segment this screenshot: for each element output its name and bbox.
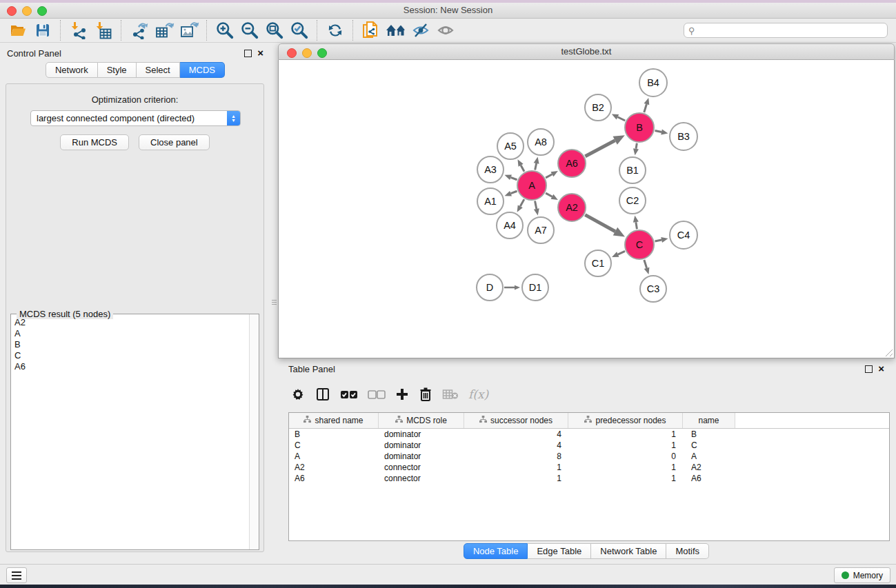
table-cell: 1 (568, 473, 683, 484)
export-network-icon[interactable] (127, 19, 152, 41)
graph-edge-A-A2[interactable] (546, 193, 552, 196)
table-row[interactable]: Adominator80A (289, 451, 889, 462)
zoom-out-icon[interactable] (237, 19, 262, 41)
close-window-button[interactable] (7, 6, 17, 16)
tab-style[interactable]: Style (98, 62, 137, 78)
float-panel-icon[interactable] (244, 50, 252, 57)
open-session-icon[interactable] (6, 19, 30, 41)
delete-column-icon[interactable] (419, 384, 432, 405)
graph-edge-C-C4[interactable] (655, 240, 661, 241)
clone-network-icon[interactable] (359, 19, 384, 41)
mcds-result-item[interactable]: C (12, 350, 249, 361)
close-table-panel-icon[interactable]: × (878, 365, 884, 372)
graph-edge-A-A6[interactable] (546, 174, 552, 178)
graph-edge-C-C3[interactable] (644, 260, 647, 268)
show-panels-icon[interactable] (433, 19, 458, 41)
graph-edge-C-C1[interactable] (618, 251, 625, 254)
graph-node-label-B2: B2 (592, 102, 604, 113)
deselect-all-columns-icon[interactable] (368, 384, 386, 405)
graph-edge-B-B1[interactable] (636, 143, 637, 149)
search-field[interactable]: ⚲ (684, 23, 888, 38)
import-network-icon[interactable] (66, 19, 91, 41)
tab-network-table[interactable]: Network Table (591, 543, 666, 559)
graph-edge-arrowhead (505, 175, 512, 181)
memory-button[interactable]: Memory (834, 567, 890, 583)
graph-edge-A2-C[interactable] (585, 215, 615, 232)
tab-mcds[interactable]: MCDS (180, 62, 225, 78)
mcds-result-list[interactable]: A2ABCA6 (12, 317, 249, 549)
settings-gear-icon[interactable] (290, 384, 306, 405)
graph-edge-B-B3[interactable] (655, 131, 662, 132)
table-row[interactable]: Bdominator41B (289, 429, 889, 440)
tab-node-table[interactable]: Node Table (464, 543, 528, 559)
table-panel-titlebar: Table Panel × (278, 360, 895, 378)
close-panel-icon[interactable]: × (257, 50, 263, 57)
optimization-criterion-select[interactable]: largest connected component (directed) ▲… (30, 110, 241, 126)
import-table-icon[interactable] (91, 19, 116, 41)
network-view-window: testGlobe.txt AA1A2A3A4A5A6A7A8BB1B2B3B4… (278, 43, 895, 358)
refresh-layout-icon[interactable] (323, 19, 348, 41)
column-header-shared-name[interactable]: shared name (289, 413, 379, 428)
mcds-result-item[interactable]: A6 (12, 361, 249, 372)
table-cell: A (683, 451, 735, 462)
select-all-columns-icon[interactable] (340, 384, 358, 405)
network-window-titlebar[interactable]: testGlobe.txt (278, 43, 895, 60)
table-row[interactable]: Cdominator41C (289, 440, 889, 451)
mcds-result-item[interactable]: B (12, 339, 249, 350)
float-table-panel-icon[interactable] (865, 365, 873, 373)
graph-edge-A-A3[interactable] (511, 177, 517, 179)
graph-edge-A-A5[interactable] (521, 165, 524, 172)
column-header-label: name (698, 416, 719, 425)
export-table-icon[interactable] (152, 19, 177, 41)
column-header-label: successor nodes (490, 416, 552, 425)
network-canvas[interactable]: AA1A2A3A4A5A6A7A8BB1B2B3B4CC1C2C3C4DD1 (278, 60, 895, 358)
run-mcds-button[interactable]: Run MCDS (60, 134, 129, 150)
graph-edge-A-A4[interactable] (520, 199, 524, 206)
toggle-columns-icon[interactable] (315, 384, 330, 405)
table-cell: 1 (568, 462, 683, 473)
delete-table-icon[interactable] (442, 384, 459, 405)
zoom-in-icon[interactable] (212, 19, 237, 41)
task-history-button[interactable] (6, 567, 27, 583)
table-toolbar: f(x) (278, 378, 895, 410)
mcds-result-item[interactable]: A (12, 328, 249, 339)
search-input[interactable] (698, 25, 883, 36)
column-header-successor-nodes[interactable]: successor nodes (464, 413, 568, 428)
control-panel-title: Control Panel (7, 48, 61, 59)
table-cell: A2 (683, 462, 735, 473)
column-header-predecessor-nodes[interactable]: predecessor nodes (568, 413, 683, 428)
zoom-selected-icon[interactable] (287, 19, 312, 41)
tab-select[interactable]: Select (137, 62, 180, 78)
vertical-splitter-grip[interactable] (272, 295, 277, 309)
mcds-result-scrollbar[interactable] (249, 314, 259, 549)
save-session-icon[interactable] (30, 19, 55, 41)
tab-network[interactable]: Network (46, 62, 98, 78)
zoom-network-window-button[interactable] (317, 48, 327, 58)
table-row[interactable]: A2connector11A2 (289, 462, 889, 473)
graph-edge-C-C2[interactable] (636, 222, 637, 229)
mcds-result-item[interactable]: A2 (12, 317, 249, 328)
home-icon[interactable] (384, 19, 408, 41)
column-header-MCDS-role[interactable]: MCDS role (379, 413, 464, 428)
minimize-window-button[interactable] (22, 6, 32, 16)
close-panel-button[interactable]: Close panel (139, 134, 210, 150)
column-header-name[interactable]: name (683, 413, 735, 428)
table-cell: 1 (568, 440, 683, 451)
tab-edge-table[interactable]: Edge Table (528, 543, 591, 559)
hide-panels-icon[interactable] (408, 19, 433, 41)
graph-edge-A6-B[interactable] (585, 141, 615, 156)
tab-motifs[interactable]: Motifs (666, 543, 709, 559)
export-image-icon[interactable] (177, 19, 201, 41)
close-network-window-button[interactable] (287, 48, 297, 58)
graph-edge-B-B2[interactable] (617, 117, 625, 121)
graph-edge-A-A7[interactable] (535, 201, 537, 209)
graph-edge-A-A1[interactable] (511, 191, 517, 193)
graph-edge-A-A8[interactable] (535, 163, 537, 170)
add-column-icon[interactable] (395, 384, 409, 405)
minimize-network-window-button[interactable] (302, 48, 312, 58)
function-builder-icon[interactable]: f(x) (468, 384, 488, 405)
table-row[interactable]: A6connector11A6 (289, 473, 889, 484)
graph-edge-B-B4[interactable] (644, 104, 647, 112)
zoom-fit-icon[interactable] (262, 19, 287, 41)
zoom-window-button[interactable] (37, 6, 47, 16)
